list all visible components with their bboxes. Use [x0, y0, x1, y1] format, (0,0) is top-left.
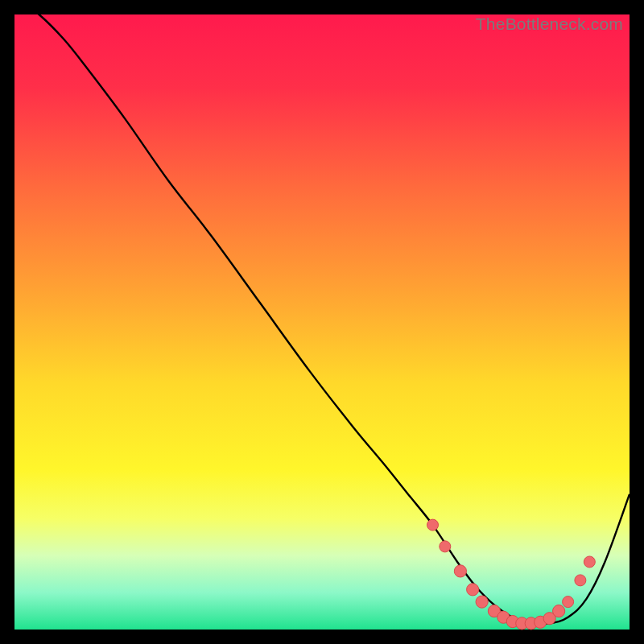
- marker-point: [563, 597, 574, 608]
- marker-point: [467, 584, 479, 596]
- marker-point: [553, 605, 565, 617]
- chart-svg: [14, 14, 630, 630]
- marker-point: [476, 596, 488, 608]
- marker-point: [427, 519, 439, 530]
- chart-stage: TheBottleneck.com: [0, 0, 644, 644]
- gradient-background: [14, 14, 630, 630]
- marker-point: [440, 541, 451, 552]
- marker-point: [575, 575, 586, 586]
- watermark-text: TheBottleneck.com: [476, 14, 623, 34]
- plot-area: TheBottleneck.com: [14, 14, 630, 630]
- marker-point: [584, 556, 595, 568]
- marker-point: [454, 565, 466, 577]
